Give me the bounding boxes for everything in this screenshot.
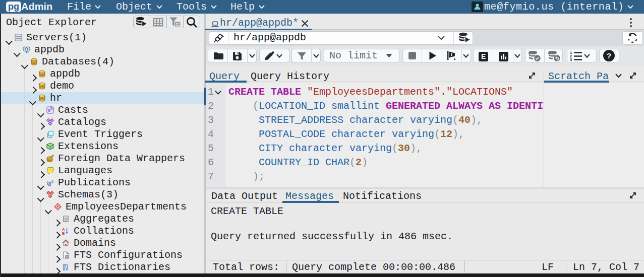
svg-text:3: 3: [570, 58, 572, 61]
